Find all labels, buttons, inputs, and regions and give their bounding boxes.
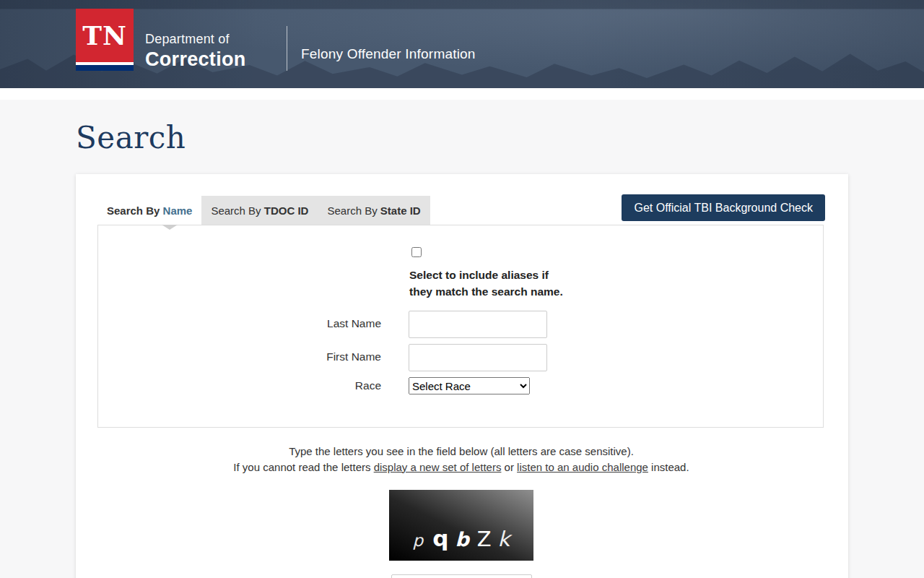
first-name-input[interactable] <box>409 344 547 371</box>
site-title: Felony Offender Information <box>301 46 476 62</box>
search-tabs: Search By Name Search By TDOC ID Search … <box>97 196 430 225</box>
alias-note: Select to include aliases if they match … <box>409 267 823 300</box>
captcha-letter-5: k <box>498 527 510 551</box>
header-divider <box>287 26 287 71</box>
department-wordmark-line2: Correction <box>145 48 246 71</box>
captcha-line2-middle: or <box>501 461 517 473</box>
tab-search-by-state-id-prefix: Search By <box>327 204 380 217</box>
tab-search-by-tdoc-id[interactable]: Search By TDOC ID <box>201 196 318 225</box>
tbi-background-check-button[interactable]: Get Official TBI Background Check <box>622 194 825 221</box>
active-tab-caret-icon <box>162 225 178 230</box>
tab-search-by-tdoc-id-prefix: Search By <box>211 204 263 217</box>
search-card: Search By Name Search By TDOC ID Search … <box>76 174 848 578</box>
tn-logo: TN <box>76 9 134 71</box>
captcha-line2-prefix: If you cannot read the letters <box>233 461 373 473</box>
alias-note-line1: Select to include aliases if <box>409 267 823 283</box>
page-title: Search <box>76 120 924 155</box>
tab-search-by-state-id[interactable]: Search By State ID <box>318 196 430 225</box>
captcha-instruction-line1: Type the letters you see in the field be… <box>97 444 825 460</box>
tab-search-by-name-bold: Name <box>163 204 193 217</box>
captcha-letter-2: q <box>432 525 448 551</box>
tab-search-by-state-id-bold: State ID <box>380 204 421 217</box>
search-by-name-panel: Select to include aliases if they match … <box>97 225 824 428</box>
captcha-image: pqbZk <box>389 490 533 561</box>
department-wordmark: Department of Correction <box>145 32 246 71</box>
race-label: Race <box>98 377 381 392</box>
captcha-letters: pqbZk <box>389 525 533 551</box>
captcha-letter-3: b <box>455 528 468 551</box>
audio-challenge-link[interactable]: listen to an audio challenge <box>517 461 648 473</box>
new-letters-link[interactable]: display a new set of letters <box>374 461 502 473</box>
tn-logo-navy-bar <box>76 65 134 71</box>
tab-search-by-tdoc-id-bold: TDOC ID <box>264 204 309 217</box>
tn-logo-red-box: TN <box>76 9 134 62</box>
first-name-label: First Name <box>98 344 381 363</box>
tab-search-by-name-prefix: Search By <box>107 204 163 217</box>
alias-note-line2: they match the search name. <box>409 283 823 300</box>
race-select[interactable]: Select Race <box>409 377 530 394</box>
captcha-letter-4: Z <box>477 527 492 551</box>
tab-search-by-name[interactable]: Search By Name <box>97 196 201 225</box>
include-aliases-checkbox[interactable] <box>411 247 422 257</box>
captcha-instruction-line2: If you cannot read the letters display a… <box>97 460 825 475</box>
last-name-input[interactable] <box>409 311 547 338</box>
app-header: TN Department of Correction Felony Offen… <box>0 0 924 88</box>
captcha-line2-suffix: instead. <box>648 461 689 473</box>
department-wordmark-line1: Department of <box>145 32 246 47</box>
captcha-letter-1: p <box>413 531 424 550</box>
last-name-label: Last Name <box>98 311 381 330</box>
header-bottom-strip <box>0 88 924 100</box>
captcha-section: Type the letters you see in the field be… <box>97 444 825 578</box>
tn-logo-acronym: TN <box>82 20 127 51</box>
captcha-input[interactable] <box>391 574 532 578</box>
